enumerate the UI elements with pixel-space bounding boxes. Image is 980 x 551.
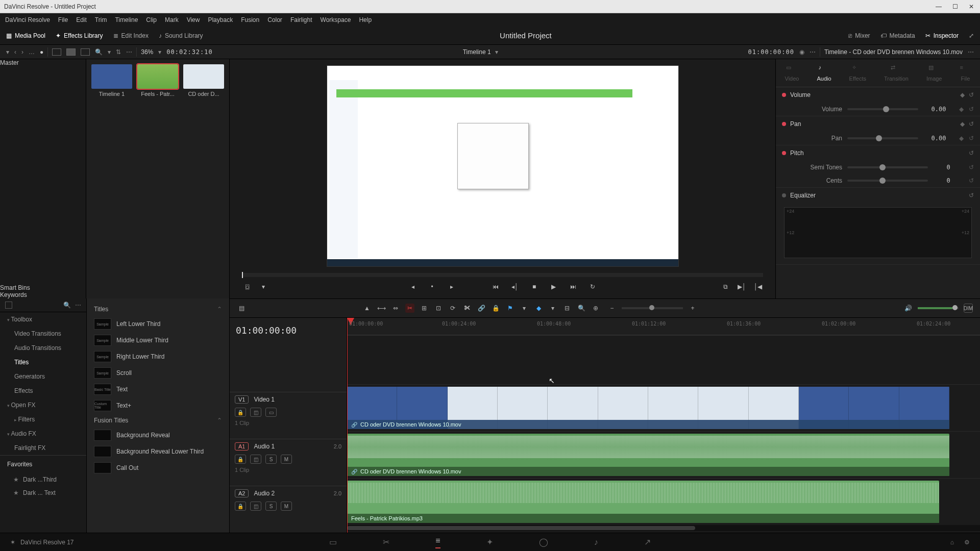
bin-master[interactable]: Master [0,59,86,66]
menu-edit[interactable]: Edit [76,16,87,23]
step-back-icon[interactable]: ◂│ [510,283,520,290]
search-dropdown-icon[interactable]: ▾ [108,48,111,56]
more-icon[interactable]: … [29,48,35,56]
page-fairlight-icon[interactable]: ♪ [594,538,598,547]
viewer-zoom[interactable]: 36% [141,48,153,56]
mute-button[interactable]: M [281,455,292,464]
menu-color[interactable]: Color [267,16,282,23]
cat-audiofx[interactable]: Audio FX [0,427,86,441]
favorites-header[interactable]: Favorites [0,456,86,473]
lock-track-icon[interactable]: 🔒 [235,502,246,511]
enable-eq-toggle[interactable] [782,193,786,197]
collapse-icon[interactable]: ⌃ [217,306,222,313]
video-clip[interactable]: CD oder DVD brennen Windows 10.mov [347,387,949,429]
tc-menu-icon[interactable]: ◉ [799,48,804,56]
zoom-dropdown-icon[interactable]: ▾ [158,48,161,56]
track-header-a1[interactable]: A1Audio 12.0 🔒◫SM 1 Clip [230,439,347,486]
prev-edit-icon[interactable]: │◀ [753,283,763,290]
reset-icon[interactable]: ↺ [969,120,974,128]
fusion-title-item[interactable]: Background Reveal [92,427,224,443]
reset-param-icon[interactable]: ↺ [969,177,974,184]
trim-tool-icon[interactable]: ⟷ [377,304,386,313]
nav-back-icon[interactable]: ‹ [14,48,16,56]
lane-v1[interactable]: CD oder DVD brennen Windows 10.mov [347,384,980,431]
equalizer-graph[interactable]: +24 +24 +12 +12 [784,207,972,258]
section-volume[interactable]: Volume [790,91,956,98]
match-frame-icon[interactable]: ⧉ [720,283,730,290]
cat-audio-transitions[interactable]: Audio Transitions [0,341,86,355]
keyframe-icon[interactable]: ◆ [960,120,965,128]
tab-inspector[interactable]: ✂Inspector [925,32,959,39]
stop-icon[interactable]: ■ [529,283,540,290]
page-media-icon[interactable]: ▭ [329,537,337,547]
zoom-out-icon[interactable]: − [607,304,617,313]
program-viewer[interactable] [327,65,679,267]
auto-select-icon[interactable]: ◫ [250,502,261,511]
viewer-scrubber[interactable] [242,273,763,277]
marker-icon[interactable]: ◆ [534,304,543,313]
tab-effects-library[interactable]: ✦Effects Library [56,32,103,39]
pool-more-icon[interactable]: ⋯ [126,48,132,56]
inspector-tab-transition[interactable]: ⇄Transition [884,64,909,82]
timeline-dropdown-icon[interactable]: ▾ [495,48,498,56]
playhead-line[interactable] [347,318,348,533]
monitor-volume-slider[interactable] [918,307,959,309]
solo-button[interactable]: S [265,502,277,511]
cat-filters[interactable]: Filters [0,412,86,427]
enable-pan-toggle[interactable] [782,122,786,126]
audio-clip[interactable]: CD oder DVD brennen Windows 10.mov [347,434,949,476]
razor-icon[interactable]: ✀ [462,304,472,313]
page-cut-icon[interactable]: ✂ [383,537,389,547]
lock-track-icon[interactable]: 🔒 [235,408,246,417]
enable-volume-toggle[interactable] [782,93,786,97]
track-header-v1[interactable]: V1Video 1 🔒◫▭ 1 Clip [230,392,347,439]
cents-slider[interactable] [847,180,928,182]
timeline-view-options-icon[interactable]: ▤ [237,304,246,313]
insert-clip-icon[interactable]: ⊞ [420,304,429,313]
snapping-icon[interactable]: ⊟ [562,304,572,313]
timeline-timecode[interactable]: 01:00:00:00 [230,318,347,343]
mute-icon[interactable]: 🔊 [903,304,913,313]
keyframe-icon[interactable]: ◆ [960,91,965,98]
menu-trim[interactable]: Trim [95,16,107,23]
go-start-icon[interactable]: ⏮ [491,283,501,290]
smart-bins-header[interactable]: Smart Bins [0,284,86,291]
favorite-item[interactable]: ★Dark ... Text [0,486,86,499]
title-item[interactable]: SampleRight Lower Third [92,348,224,365]
bin-view-dropdown-icon[interactable]: ▾ [6,48,9,56]
blade-tool-icon[interactable]: ✂ [405,304,414,313]
pan-value[interactable]: 0.00 [923,135,954,142]
cat-video-transitions[interactable]: Video Transitions [0,327,86,341]
minimize-icon[interactable]: — [934,3,943,10]
menu-help[interactable]: Help [359,16,372,23]
next-edit-icon[interactable]: ▶│ [737,283,747,290]
semitones-slider[interactable] [847,166,928,168]
tab-sound-library[interactable]: ♪Sound Library [159,32,203,39]
timeline-h-scrollbar[interactable] [347,525,980,531]
overwrite-clip-icon[interactable]: ⊡ [434,304,443,313]
reset-icon[interactable]: ↺ [969,192,974,199]
cat-titles[interactable]: Titles [0,355,86,369]
replace-clip-icon[interactable]: ⟳ [448,304,457,313]
menu-workspace[interactable]: Workspace [321,16,351,23]
volume-slider[interactable] [847,108,918,110]
inspector-more-icon[interactable]: ⋯ [968,48,974,56]
clip-thumb-timeline[interactable]: Timeline 1 [91,64,132,97]
clip-thumb-feels[interactable]: Feels - Patr... [137,64,178,97]
menu-timeline[interactable]: Timeline [115,16,138,23]
menu-app[interactable]: DaVinci Resolve [5,16,50,23]
lane-a1[interactable]: CD oder DVD brennen Windows 10.mov [347,431,980,478]
cat-generators[interactable]: Generators [0,369,86,384]
title-item[interactable]: SampleScroll [92,365,224,381]
track-badge[interactable]: A1 [235,442,249,450]
title-item[interactable]: SampleMiddle Lower Third [92,332,224,348]
timeline-tracks[interactable]: 01:00:00:00 01:00:24:00 01:00:48:00 01:0… [347,318,980,533]
page-fusion-icon[interactable]: ✦ [486,537,493,547]
clip-thumb-cd[interactable]: CD oder D... [183,64,224,97]
kf-icon[interactable]: ◆ [959,135,964,142]
viewer-more-icon[interactable]: ⋯ [810,48,816,56]
track-header-a2[interactable]: A2Audio 22.0 🔒◫SM [230,486,347,533]
reset-param-icon[interactable]: ↺ [969,135,974,142]
fx-view-icon[interactable] [5,302,12,309]
menu-mark[interactable]: Mark [165,16,179,23]
